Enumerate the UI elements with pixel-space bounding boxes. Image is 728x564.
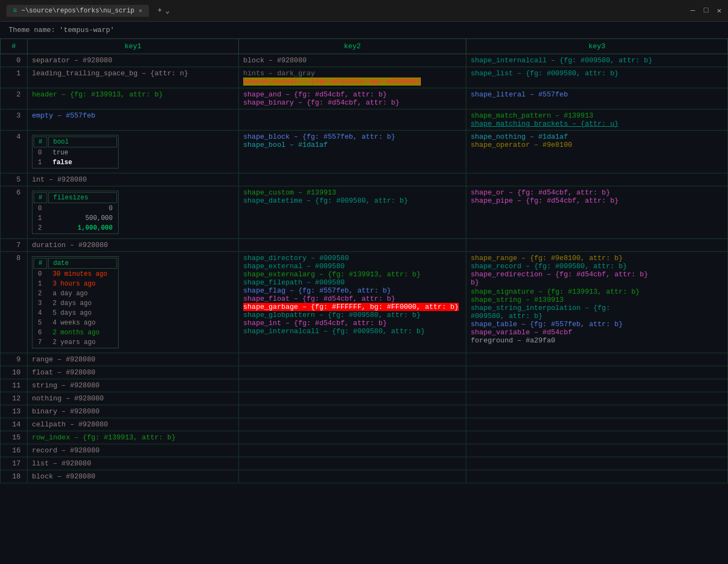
bool-inner-table: # bool 0 true 1 false — [32, 135, 119, 168]
col1-cell-14: cellpath – #928080 — [28, 418, 239, 431]
cell-text: separator – #928080 — [32, 56, 112, 64]
cell-text: record – #928080 — [32, 446, 100, 455]
col1-cell-5: int – #928080 — [28, 173, 239, 186]
col1-cell-18: block – #928080 — [28, 470, 239, 483]
cell-text: shape_operator – #9e8100 — [471, 141, 572, 149]
cell-text: shape_signature – {fg: #139913, attr: b} — [471, 288, 640, 296]
cell-text: row_index – {fg: #139913, attr: b} — [32, 433, 176, 442]
terminal-tab[interactable]: ≡ ~\source\repos\forks\nu_scrip ✕ — [6, 5, 149, 17]
col1-cell-7: duration – #928080 — [28, 239, 239, 252]
row-index: 18 — [1, 470, 28, 483]
col3-cell-9 — [466, 353, 728, 366]
col3-cell-0: shape_internalcall – {fg: #009580, attr:… — [466, 54, 728, 67]
col-key1-header: key1 — [28, 39, 239, 54]
col2-cell-11 — [239, 379, 466, 392]
col2-cell-16 — [239, 444, 466, 457]
col3-cell-11 — [466, 379, 728, 392]
cell-text: shape_literal – #557feb — [471, 90, 568, 99]
table-row: 7 duration – #928080 — [1, 239, 728, 252]
col2-cell-2: shape_and – {fg: #d54cbf, attr: b} shape… — [239, 88, 466, 109]
cell-text: foreground – #a29fa0 — [471, 336, 555, 345]
table-row: 2 header – {fg: #139913, attr: b} shape_… — [1, 88, 728, 109]
table-row: 4 # bool 0 true — [1, 131, 728, 173]
row-index: 17 — [1, 457, 28, 470]
cell-text: block – #928080 — [32, 472, 95, 481]
cell-text: shape_int – {fg: #d54cbf, attr: b} — [243, 319, 387, 327]
theme-name-text: Theme name: 'tempus-warp' — [9, 26, 114, 34]
col3-cell-14 — [466, 418, 728, 431]
tab-dropdown-button[interactable]: ⌄ — [165, 6, 170, 15]
col1-cell-4: # bool 0 true 1 false — [28, 131, 239, 173]
cell-text: shape_record – {fg: #009580, attr: b} — [471, 262, 627, 270]
close-button[interactable]: ✕ — [717, 6, 722, 15]
cell-text: range – #928080 — [32, 355, 95, 364]
cell-text: shape_externalarg – {fg: #139913, attr: … — [243, 270, 421, 278]
date-inner-table: # date 0 30 minutes ago 1 3 hours ago — [32, 256, 119, 348]
table-row: 10 float – #928080 — [1, 366, 728, 379]
row-index: 6 — [1, 186, 28, 239]
maximize-button[interactable]: □ — [704, 6, 708, 15]
col2-cell-17 — [239, 457, 466, 470]
col2-cell-4: shape_block – {fg: #557feb, attr: b} sha… — [239, 131, 466, 173]
col1-cell-13: binary – #928080 — [28, 405, 239, 418]
cell-text: shape_filepath – #009580 — [243, 278, 344, 287]
table-row: 13 binary – #928080 — [1, 405, 728, 418]
row-index: 8 — [1, 252, 28, 353]
theme-bar: Theme name: 'tempus-warp' — [0, 22, 728, 38]
col-hash-header: # — [1, 39, 28, 54]
inner-table-row: 1 500,000 — [34, 214, 117, 223]
cell-text: nothing – #928080 — [32, 394, 104, 403]
cell-text: list – #928080 — [32, 459, 91, 468]
table-row: 17 list – #928080 — [1, 457, 728, 470]
table-row: 11 string – #928080 — [1, 379, 728, 392]
minimize-button[interactable]: — — [691, 6, 695, 15]
col2-cell-9 — [239, 353, 466, 366]
row-index: 1 — [1, 67, 28, 88]
cell-text: shape_list – {fg: #009580, attr: b} — [471, 69, 619, 77]
col3-cell-6: shape_or – {fg: #d54cbf, attr: b} shape_… — [466, 186, 728, 239]
row-index: 12 — [1, 392, 28, 405]
cell-text: shape_internalcall – {fg: #009580, attr:… — [471, 56, 652, 64]
col3-cell-15 — [466, 431, 728, 444]
title-bar-left: ≡ ~\source\repos\forks\nu_scrip ✕ + ⌄ — [6, 5, 170, 17]
row-index: 2 — [1, 88, 28, 109]
cell-text: leading_trailing_space_bg – {attr: n} — [32, 69, 188, 77]
table-row: 9 range – #928080 — [1, 353, 728, 366]
col2-cell-8: shape_directory – #009580 shape_external… — [239, 252, 466, 353]
cell-text: empty – #557feb — [32, 112, 95, 120]
cell-text: shape_bool – #1da1af — [243, 141, 328, 149]
row-index: 14 — [1, 418, 28, 431]
col3-cell-2: shape_literal – #557feb — [466, 88, 728, 109]
cell-text: shape_directory – #009580 — [243, 254, 349, 262]
table-row: 1 leading_trailing_space_bg – {attr: n} … — [1, 67, 728, 88]
col1-cell-15: row_index – {fg: #139913, attr: b} — [28, 431, 239, 444]
row-index: 11 — [1, 379, 28, 392]
col3-cell-12 — [466, 392, 728, 405]
col1-cell-0: separator – #928080 — [28, 54, 239, 67]
col3-cell-10 — [466, 366, 728, 379]
col3-cell-17 — [466, 457, 728, 470]
cell-text: shape_datetime – {fg: #009580, attr: b} — [243, 197, 408, 205]
cell-text: shape_string – #139913 — [471, 296, 564, 304]
table-row: 18 block – #928080 — [1, 470, 728, 483]
cell-text: shape_pipe – {fg: #d54cbf, attr: b} — [471, 197, 619, 205]
tab-close-button[interactable]: ✕ — [139, 7, 142, 14]
cell-text: shape_range – {fg: #9e8100, attr: b} — [471, 254, 623, 262]
inner-table-row: 0 0 — [34, 204, 117, 213]
row-index: 13 — [1, 405, 28, 418]
new-tab-button[interactable]: + — [158, 6, 162, 15]
inner-table-row: 1 false — [34, 158, 117, 167]
table-row: 16 record – #928080 — [1, 444, 728, 457]
col2-cell-5 — [239, 173, 466, 186]
table-row: 8 # date 0 30 minutes ago — [1, 252, 728, 353]
table-row: 5 int – #928080 — [1, 173, 728, 186]
col2-cell-7 — [239, 239, 466, 252]
cell-text: shape_and – {fg: #d54cbf, attr: b} — [243, 90, 387, 99]
row-index: 0 — [1, 54, 28, 67]
col2-cell-18 — [239, 470, 466, 483]
cell-text: shape_internalcall – {fg: #009580, attr:… — [243, 327, 425, 335]
window-controls: — □ ✕ — [691, 6, 722, 15]
col3-cell-8: shape_range – {fg: #9e8100, attr: b} sha… — [466, 252, 728, 353]
shape-garbage-highlight: shape_garbage – {fg: #FFFFFF, bg: #FF000… — [243, 303, 459, 311]
cell-text: float – #928080 — [32, 368, 95, 377]
